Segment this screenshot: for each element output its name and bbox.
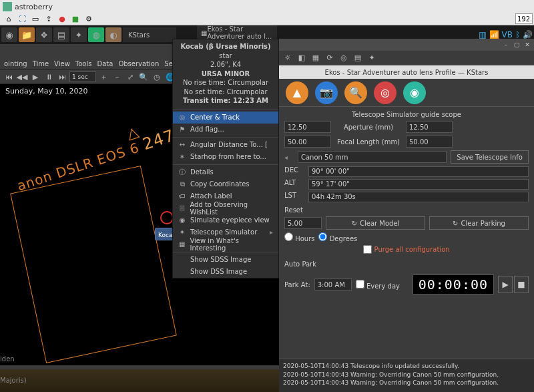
play-icon[interactable]: ▶ [29,71,41,83]
green-icon[interactable]: ◍ [88,27,104,42]
ctx-sdss-image[interactable]: Show SDSS Image [173,254,278,266]
bluetooth-icon[interactable]: ᛒ [515,30,520,39]
tb-icon[interactable]: ⟳ [324,52,336,64]
coordinates-display: DEC 90° 00' 00" ALT 59° 17' 00" LST 04h … [284,166,529,202]
launcher-icon[interactable]: ◉ [1,27,17,42]
countdown-clock: 00:00:00 [413,274,494,295]
maximize-icon[interactable]: ▢ [513,41,521,49]
zoom-out-icon[interactable]: － [111,71,123,83]
taskbar-app-ekos[interactable]: ▦ Ekos - Star Adventurer auto l... [197,25,277,40]
tb-icon[interactable]: ☼ [282,52,294,64]
hours-radio[interactable]: Hours [284,232,314,242]
pause-icon[interactable]: ⏸ [43,71,55,83]
ctx-copy-coords[interactable]: ⧉Copy Coordinates [173,178,278,190]
home-icon[interactable]: ⌂ [4,15,13,24]
menu-item[interactable]: Tools [75,60,92,67]
rewind-icon[interactable]: ◀◀ [16,71,28,83]
purge-config[interactable]: Purge all configuration [284,245,529,254]
upload-icon[interactable]: ⇪ [44,15,53,24]
fullscreen-icon[interactable]: ⛶ [17,15,27,24]
stop-icon[interactable]: ■ [71,15,80,24]
skip-back-icon[interactable]: ⏮ [3,71,15,83]
ctx-simulate-eyepiece[interactable]: ◉Simulate eyepiece view [173,214,278,226]
save-telescope-button[interactable]: Save Telescope Info [451,150,529,164]
ctx-starhop[interactable]: ✶Starhop from here to... [173,151,278,163]
clock-icon[interactable]: ◷ [151,71,163,83]
mount-tab-icon[interactable]: ▲ [286,81,308,104]
clear-parking-button[interactable]: ↻Clear Parking [429,216,529,230]
aperture-guide-input[interactable] [406,121,453,133]
menu-item[interactable]: View [54,60,70,67]
ekos-toolbar: ☼ ◧ ▦ ⟳ ◎ ▤ ✦ [279,51,534,65]
log-panel: 2020-05-10T14:00:43 Telescope info updat… [279,359,534,392]
workspace-icon[interactable]: ▥ [479,30,486,39]
ekos-module-tabs: ▲ 📷 🔍 ◎ ◉ [279,79,534,107]
focal-guide-input[interactable] [406,136,453,148]
menu-item[interactable]: ointing [4,60,27,67]
taskbar-app-kstars[interactable]: KStars [123,27,176,42]
tb-icon[interactable]: ◎ [338,52,350,64]
purge-checkbox[interactable] [363,245,372,254]
capture-tab-icon[interactable]: 📷 [315,81,338,104]
tb-icon[interactable]: ▤ [352,52,364,64]
aperture-primary-input[interactable] [284,121,331,133]
ctx-details[interactable]: ⓘDetails [173,166,278,178]
terminal-icon[interactable]: ❖ [36,27,52,42]
dec-value: 90° 00' 00" [308,166,529,177]
ctx-center-track[interactable]: ◎Center & Track [173,112,278,124]
ctx-angular-distance[interactable]: ↔Angular Distance To... [ [173,139,278,151]
browser-titlebar: astroberry [0,0,534,13]
wifi-icon[interactable]: 📶 [489,30,499,39]
record-icon[interactable]: ● [57,15,67,24]
tb-icon[interactable]: ✦ [366,52,378,64]
eye-icon: ◉ [178,216,186,224]
tb-icon[interactable]: ▦ [310,52,322,64]
search-icon[interactable]: 🔍 [138,71,150,83]
timestep-input[interactable] [69,71,96,82]
lst-value: 04h 42m 30s [308,192,529,202]
stop-timer-button[interactable]: ■ [514,276,529,293]
constellation-label: iden [0,355,15,363]
lens-name-input[interactable] [298,151,447,163]
fit-icon[interactable]: ⤢ [124,71,136,83]
focal-primary-input[interactable] [284,136,331,148]
ctx-dss-image[interactable]: Show DSS Image [173,266,278,278]
skip-fwd-icon[interactable]: ⏭ [56,71,68,83]
degrees-radio[interactable]: Degrees [318,232,357,242]
every-day-checkbox[interactable]: Every day [356,280,400,290]
minimize-icon[interactable]: – [502,41,510,49]
step-size-input[interactable] [284,217,322,229]
park-time-input[interactable] [314,278,352,290]
files-icon[interactable]: 📁 [19,27,35,42]
tool-icon[interactable]: ✦ [71,27,87,42]
menu-item[interactable]: Data [97,60,113,67]
guide-tab-icon[interactable]: ◉ [403,81,426,104]
flag-icon: ⚑ [178,126,186,133]
align-tab-icon[interactable]: ◎ [374,81,396,104]
fov-rectangle [10,166,177,363]
volume-icon[interactable]: 🔊 [523,30,533,39]
ctx-add-wishlist[interactable]: ☰Add to Observing WishList [173,202,278,214]
gear-icon[interactable]: ⚙ [84,15,93,24]
ekos-titlebar[interactable]: – ▢ ✕ [279,39,534,51]
ctx-add-flag[interactable]: ⚑Add flag... [173,124,278,136]
browser-title: astroberry [15,3,53,11]
tb-icon[interactable]: ◧ [296,52,308,64]
focus-tab-icon[interactable]: 🔍 [344,81,367,104]
clipboard-icon[interactable]: ▭ [31,15,40,24]
horizon-band [0,369,280,392]
start-timer-button[interactable]: ▶ [498,276,513,293]
monitor-icon[interactable]: ▤ [53,27,69,42]
menu-item[interactable]: Observation [118,60,159,67]
ctx-whats-interesting[interactable]: ▦View in What's Interesting [173,238,278,250]
park-at-label: Park At: [284,281,310,288]
address-bar[interactable] [515,13,533,24]
zoom-in-icon[interactable]: ＋ [97,71,109,83]
chevron-left-icon[interactable]: ◂ [284,154,294,161]
close-icon[interactable]: ✕ [523,41,531,49]
site-icon [3,2,12,11]
planet-icon[interactable]: ◐ [105,27,121,42]
clear-model-button[interactable]: ↻Clear Model [326,216,425,230]
vb-icon[interactable]: VB [502,30,513,39]
menu-item[interactable]: Time [33,60,49,67]
